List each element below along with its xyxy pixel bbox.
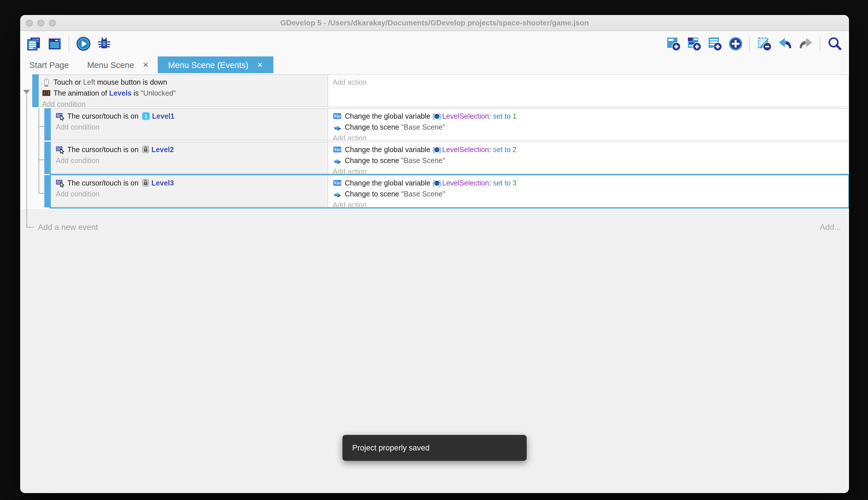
scene-editor-button[interactable] bbox=[47, 36, 62, 52]
action-line[interactable]: Change to scene "Base Scene" bbox=[328, 155, 848, 166]
add-action-button[interactable]: Add action bbox=[328, 77, 848, 88]
close-tab-icon[interactable]: ✕ bbox=[143, 61, 149, 68]
action-text: Change the global variable bbox=[345, 179, 432, 187]
locked-object-icon bbox=[142, 179, 150, 187]
variable-name: LevelSelection bbox=[442, 179, 489, 187]
action-value: "Base Scene" bbox=[401, 190, 445, 198]
action-text: Change to scene bbox=[345, 123, 401, 131]
svg-text:}: } bbox=[439, 112, 442, 120]
tab-label: Start Page bbox=[30, 60, 69, 69]
actions-cell: Var Change the global variable { } Level… bbox=[328, 108, 848, 140]
event-row-level3[interactable]: The cursor/touch is on Level3 Add condit… bbox=[51, 175, 848, 207]
project-manager-button[interactable] bbox=[26, 36, 42, 52]
action-line[interactable]: Change to scene "Base Scene" bbox=[328, 189, 848, 199]
tab-label: Menu Scene bbox=[87, 60, 134, 69]
add-action-button[interactable]: Add action bbox=[328, 166, 848, 174]
condition-line[interactable]: Touch or Left mouse button is down bbox=[39, 77, 328, 88]
tab-label: Menu Scene (Events) bbox=[168, 60, 248, 69]
add-condition-button[interactable]: Add condition bbox=[39, 99, 328, 107]
search-icon bbox=[827, 36, 842, 51]
scene-editor-icon bbox=[47, 36, 62, 51]
tree-line bbox=[38, 193, 44, 194]
action-text: Change to scene bbox=[345, 190, 401, 198]
event-row-root[interactable]: Touch or Left mouse button is down The a… bbox=[38, 74, 848, 107]
condition-param: Left bbox=[83, 78, 95, 86]
action-line[interactable]: Change to scene "Base Scene" bbox=[328, 122, 848, 133]
toolbar-divider bbox=[820, 36, 820, 51]
change-scene-icon bbox=[333, 190, 342, 198]
app-window: GDevelop 5 - /Users/dkarakay/Documents/G… bbox=[20, 15, 849, 493]
search-button[interactable] bbox=[826, 36, 842, 52]
zoom-window-button[interactable] bbox=[49, 19, 56, 26]
tab-menu-scene-events[interactable]: Menu Scene (Events) ✕ bbox=[158, 56, 273, 73]
undo-button[interactable] bbox=[777, 36, 793, 52]
tree-line bbox=[38, 108, 39, 193]
conditions-cell: The cursor/touch is on Level3 Add condit… bbox=[51, 175, 328, 207]
event-indent-bar bbox=[44, 175, 51, 207]
close-window-button[interactable] bbox=[26, 19, 33, 26]
event-row-level1[interactable]: The cursor/touch is on 1 Level1 Add cond… bbox=[51, 108, 848, 140]
mouse-icon bbox=[42, 78, 51, 87]
variable-icon: Var bbox=[333, 179, 342, 187]
condition-line[interactable]: The animation of Levels is "Unlocked" bbox=[39, 88, 328, 99]
add-sub-event-button[interactable] bbox=[686, 36, 702, 52]
object-name: Level3 bbox=[151, 179, 174, 187]
change-scene-icon bbox=[333, 156, 342, 165]
action-line[interactable]: Var Change the global variable { } Level… bbox=[328, 111, 848, 122]
preview-play-button[interactable] bbox=[75, 36, 91, 52]
action-line[interactable]: Var Change the global variable { } Level… bbox=[328, 144, 848, 155]
add-action-button[interactable]: Add action bbox=[328, 199, 848, 207]
add-sub-event-icon bbox=[687, 36, 701, 51]
level1-object-icon: 1 bbox=[142, 112, 150, 121]
tab-start-page[interactable]: Start Page bbox=[20, 56, 78, 73]
project-manager-icon bbox=[26, 36, 41, 51]
add-new-event-button[interactable]: Add a new event bbox=[38, 222, 98, 231]
svg-text:}: } bbox=[439, 146, 442, 153]
tab-menu-scene[interactable]: Menu Scene ✕ bbox=[78, 56, 158, 73]
change-scene-icon bbox=[333, 123, 342, 131]
add-condition-button[interactable]: Add condition bbox=[51, 189, 328, 199]
condition-line[interactable]: The cursor/touch is on 1 Level1 bbox=[51, 111, 328, 122]
debug-button[interactable] bbox=[96, 36, 112, 52]
add-comment-button[interactable] bbox=[707, 36, 723, 52]
event-row-level2[interactable]: The cursor/touch is on Level2 Add condit… bbox=[51, 142, 848, 174]
close-tab-icon[interactable]: ✕ bbox=[257, 61, 263, 68]
tree-line bbox=[38, 160, 44, 160]
delete-event-button[interactable] bbox=[756, 36, 772, 52]
action-text: Change the global variable bbox=[345, 146, 432, 154]
window-controls bbox=[26, 15, 56, 31]
variable-icon: Var bbox=[333, 145, 342, 154]
toolbar-divider bbox=[69, 36, 69, 51]
add-condition-button[interactable]: Add condition bbox=[51, 155, 328, 166]
variable-name: LevelSelection bbox=[442, 146, 489, 154]
conditions-cell: Touch or Left mouse button is down The a… bbox=[38, 74, 328, 107]
add-condition-button[interactable]: Add condition bbox=[51, 122, 328, 133]
variable-icon: Var bbox=[333, 112, 342, 121]
action-line[interactable]: Var Change the global variable { } Level… bbox=[328, 178, 848, 189]
add-event-choice-button[interactable] bbox=[728, 36, 743, 52]
conditions-cell: The cursor/touch is on Level2 Add condit… bbox=[51, 142, 328, 174]
condition-text: The cursor/touch is on bbox=[67, 112, 140, 120]
svg-text:}: } bbox=[439, 179, 442, 186]
collapse-event-arrow[interactable] bbox=[23, 90, 30, 94]
global-variable-icon: { } bbox=[432, 112, 442, 121]
minimize-window-button[interactable] bbox=[37, 19, 44, 26]
add-more-button[interactable]: Add... bbox=[820, 222, 841, 231]
action-operator: set to bbox=[493, 146, 513, 154]
condition-line[interactable]: The cursor/touch is on Level2 bbox=[51, 144, 328, 155]
cursor-on-object-icon bbox=[56, 178, 64, 188]
global-variable-icon: { } bbox=[432, 145, 442, 154]
cursor-on-object-icon bbox=[56, 112, 64, 121]
add-event-button[interactable] bbox=[665, 36, 681, 52]
add-comment-icon bbox=[707, 36, 722, 51]
title-bar: GDevelop 5 - /Users/dkarakay/Documents/G… bbox=[20, 15, 849, 31]
condition-line[interactable]: The cursor/touch is on Level3 bbox=[51, 178, 328, 189]
svg-text:Var: Var bbox=[333, 181, 342, 185]
add-action-button[interactable]: Add action bbox=[328, 133, 848, 140]
actions-cell: Add action bbox=[328, 74, 848, 107]
action-value: "Base Scene" bbox=[401, 156, 445, 164]
global-variable-icon: { } bbox=[432, 178, 442, 188]
svg-text:1: 1 bbox=[144, 113, 147, 119]
redo-button[interactable] bbox=[798, 36, 813, 52]
action-text: : bbox=[489, 112, 493, 120]
